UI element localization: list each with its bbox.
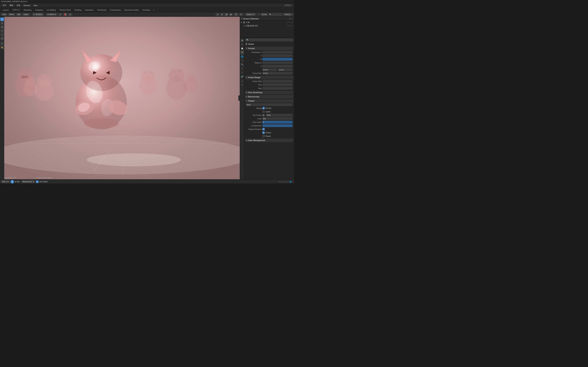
mode-dropdown[interactable]: ▼ 英语模式 [32, 13, 44, 16]
section-frame-range-header[interactable]: ▼ Frame Range [245, 76, 293, 79]
value-crop[interactable]: Crop to [278, 68, 293, 71]
solid-btn[interactable]: ● [225, 13, 228, 16]
material-dropdown[interactable]: Material.001 ▼ [21, 180, 35, 183]
tab-sculpting[interactable]: Sculpting [34, 8, 45, 12]
tool-measure[interactable]: 📏 [0, 46, 4, 49]
pivot-btn[interactable]: ⊙ [58, 13, 62, 16]
tab-wanyouyinli[interactable]: 万有引力 [10, 8, 22, 12]
value-percent[interactable] [262, 58, 293, 61]
menu-render[interactable]: 渲染 [15, 4, 22, 7]
options-dropdown[interactable]: Options ▼ [245, 13, 256, 16]
slot-number: 9 [12, 181, 13, 183]
tab-texture-paint[interactable]: Texture Paint [58, 8, 72, 12]
tool-scale[interactable]: ⤡ [0, 33, 4, 36]
material-label: Material.001 [22, 181, 32, 183]
tab-scripting[interactable]: Scripting [141, 8, 152, 12]
overlay-btn[interactable]: ⊙ [216, 13, 219, 16]
menu-help[interactable]: Help [32, 4, 39, 7]
props-tab-output[interactable]: 🖨 [240, 42, 244, 46]
prop-edit-btn[interactable]: ◎ [68, 13, 72, 16]
tab-animation[interactable]: Animation [84, 8, 95, 12]
section-color-management-header[interactable]: ▶ Color Management [245, 139, 293, 142]
viewlayer-dropdown[interactable]: ViewLa... [283, 13, 293, 16]
section-output-header[interactable]: ▼ Output [245, 99, 293, 103]
outliner-search-icon[interactable]: ⋮ [291, 18, 293, 20]
value-compression[interactable] [262, 124, 293, 127]
tool-annotate[interactable]: ✏ [0, 42, 4, 45]
xray-btn[interactable]: ◈ [220, 13, 224, 16]
slot-dropdown[interactable]: Slot 1 ▼ [1, 180, 10, 183]
value-aspect-y[interactable] [262, 65, 293, 68]
material-btn[interactable]: ◉ [229, 13, 233, 16]
value-res-x[interactable] [262, 51, 293, 54]
props-tab-object[interactable]: ⬡ [240, 58, 244, 62]
snap-btn[interactable]: 🧲 [63, 13, 67, 16]
tool-cursor[interactable]: ✛ [0, 21, 4, 25]
props-tab-physics[interactable]: ⚛ [240, 71, 244, 75]
check-file-ext[interactable]: ✓ [262, 107, 265, 109]
props-tab-material[interactable]: ● [240, 83, 244, 86]
props-tab-particles[interactable]: ✦ [240, 67, 244, 70]
pause-btn[interactable]: ⏸ [239, 13, 243, 16]
props-tab-modifier[interactable]: 🔧 [240, 63, 244, 67]
value-aspect-x[interactable] [262, 61, 293, 64]
tab-rendering[interactable]: Rendering [95, 8, 108, 12]
object-menu[interactable]: Object [22, 13, 30, 16]
outliner-item-collection[interactable]: ▶ 🎬 小猫 👁 ✦ ◎ [240, 21, 294, 24]
edit-mode-dropdown[interactable]: 英语模式 [285, 4, 292, 7]
tab-uv-editing[interactable]: UV Editing [45, 8, 58, 12]
check-placeholders[interactable] [262, 135, 265, 137]
select-menu[interactable]: Select [8, 13, 15, 16]
render-btn[interactable]: 🎬 [234, 13, 238, 16]
menu-file[interactable]: 文件 [1, 4, 8, 7]
add-menu[interactable]: Add [16, 13, 22, 16]
tool-select[interactable]: ↖ [0, 17, 4, 21]
use-nodes-toggle[interactable]: ✓ Use Nodes [36, 181, 48, 183]
tab-geometry-nodes[interactable]: Geometry Nodes [122, 8, 140, 12]
props-tab-render[interactable]: 📷 [240, 38, 244, 42]
outliner-item-object[interactable]: ⬡ S-樱花风格.000 👁 ✦ ◎ [240, 24, 294, 28]
viewport[interactable]: ▶ Rotate View ● Object Context Menu ‹ [4, 17, 240, 179]
value-color[interactable]: BW [262, 117, 293, 120]
tool-transform[interactable]: ⊞ [0, 37, 4, 40]
collapse-right[interactable]: ‹ [238, 95, 240, 101]
props-tab-world[interactable]: 🌐 [240, 55, 244, 58]
props-tab-scene[interactable]: 🎬 [240, 50, 244, 54]
tab-layout[interactable]: Layout [1, 8, 10, 12]
check-cache[interactable] [262, 110, 265, 113]
props-search-input[interactable] [245, 38, 293, 42]
tool-rotate[interactable]: ↻ [0, 29, 4, 33]
scene-name[interactable]: Scene [260, 13, 268, 16]
value-res-y[interactable] [262, 54, 293, 57]
outliner-filter-icon[interactable]: ⊙ [289, 18, 291, 20]
record-btn[interactable]: ⏺ 📷 ✕ [15, 181, 21, 183]
value-frame-end[interactable] [262, 83, 293, 86]
value-frame-rate[interactable]: 24 fps [262, 72, 293, 75]
value-frame-start[interactable] [262, 80, 293, 83]
section-stereoscopy-header[interactable]: ▶ Stereoscopy [245, 95, 293, 98]
value-output-path[interactable]: /tmp\ [246, 103, 293, 106]
check-image-sequence[interactable]: ✓ [262, 128, 265, 130]
scene-search[interactable]: 🔍 [269, 13, 283, 16]
section-format-header[interactable]: ▼ Format [245, 47, 293, 50]
value-render[interactable]: Render [262, 68, 277, 71]
value-color-depth[interactable]: 8 [262, 121, 293, 124]
props-tab-constraints[interactable]: 🔗 [240, 75, 244, 78]
value-file-format[interactable]: PNG [266, 114, 293, 117]
row-file-format: File Format 📷 PNG [245, 113, 293, 117]
add-workspace-tab[interactable]: + [152, 8, 156, 12]
global-dropdown[interactable]: ⊕ Global ▼ [46, 13, 58, 16]
menu-edit[interactable]: 编辑 [8, 4, 15, 7]
check-overwrite[interactable]: ✓ [262, 131, 265, 134]
tab-shading[interactable]: Shading [73, 8, 83, 12]
props-tab-view-layer[interactable]: 🔲 [240, 47, 244, 50]
menu-window[interactable]: Window [22, 4, 32, 7]
view-menu[interactable]: View [1, 13, 7, 16]
slot-ball[interactable]: 9 [10, 180, 14, 184]
tool-move[interactable]: ✥ [0, 25, 4, 29]
tab-modeling[interactable]: Modeling [22, 8, 33, 12]
props-tab-object-data[interactable]: △ [240, 79, 244, 83]
value-frame-step[interactable] [262, 87, 293, 90]
tab-compositing[interactable]: Compositing [108, 8, 122, 12]
section-time-stretching-header[interactable]: ▶ Time Stretching [245, 91, 293, 94]
